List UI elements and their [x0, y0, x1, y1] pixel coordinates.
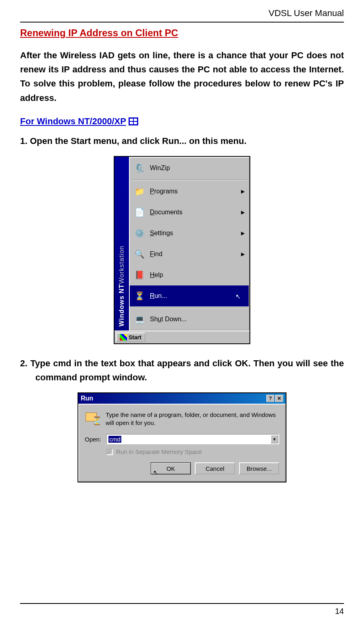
menu-item-shutdown[interactable]: 💻 Shut Down...	[130, 309, 249, 330]
menu-label: Programs	[150, 188, 178, 195]
cancel-button[interactable]: Cancel	[195, 462, 235, 474]
submenu-arrow-icon: ▶	[241, 230, 245, 236]
windows-flag-icon	[120, 334, 127, 341]
cursor-icon: ↖	[235, 293, 241, 300]
memory-checkbox[interactable]: ✓	[106, 449, 113, 455]
menu-item-winzip[interactable]: 🗜️ WinZip	[130, 158, 249, 179]
settings-icon: ⚙️	[133, 227, 146, 240]
menu-label: Documents	[150, 209, 182, 216]
menu-label: Help	[150, 271, 163, 279]
find-icon: 🔍	[133, 248, 146, 261]
doc-header: VDSL User Manual	[20, 8, 344, 18]
menu-label: Run...	[150, 292, 167, 300]
run-icon: ⏳	[133, 289, 146, 302]
run-dialog: Run ? ✕ ⏳ Type the name of a program, fo…	[78, 392, 286, 482]
start-button[interactable]: Start	[116, 333, 145, 342]
page-number: 14	[335, 607, 344, 616]
submenu-arrow-icon: ▶	[241, 251, 245, 257]
menu-item-find[interactable]: 🔍 Find ▶	[130, 244, 249, 265]
run-dialog-top: ⏳ Type the name of a program, folder, or…	[85, 411, 279, 427]
menu-divider	[131, 179, 247, 180]
help-button[interactable]: ?	[266, 395, 274, 402]
open-input[interactable]: cmd	[107, 435, 270, 443]
menu-item-run[interactable]: ⏳ Run... ↖	[130, 285, 249, 306]
combo-dropdown-icon[interactable]: ▼	[270, 435, 278, 443]
subsection-title: For Windows NT/2000/XP	[20, 116, 126, 127]
button-row: OK Cancel Browse... ↖	[85, 462, 279, 474]
step-2-text: 2. Type cmd in the text box that appears…	[20, 356, 344, 384]
start-menu-inner: Windows NT Workstation 🗜️ WinZip 📁 Progr…	[115, 157, 249, 330]
menu-divider	[131, 307, 247, 308]
sidebar-bold: Windows NT	[118, 284, 125, 326]
open-input-value: cmd	[108, 436, 121, 443]
checkbox-label: Run in Separate Memory Space	[116, 448, 202, 455]
start-menu-sidebar: Windows NT Workstation	[115, 157, 129, 330]
section-title-text: Renewing IP Address on Client PC	[20, 27, 178, 38]
submenu-arrow-icon: ▶	[241, 209, 245, 215]
step-1-text: 1. Open the Start menu, and click Run...…	[20, 134, 344, 148]
submenu-arrow-icon: ▶	[241, 189, 245, 194]
menu-item-documents[interactable]: 📄 Documents ▶	[130, 202, 249, 223]
menu-label: Shut Down...	[150, 316, 187, 323]
windows-logo-icon	[129, 117, 138, 125]
open-row: Open: cmd ▼	[85, 434, 279, 444]
checkbox-row: ✓ Run in Separate Memory Space	[85, 448, 279, 455]
menu-item-programs[interactable]: 📁 Programs ▶	[130, 181, 249, 202]
run-description: Type the name of a program, folder, or d…	[106, 411, 279, 427]
subsection-row: For Windows NT/2000/XP	[20, 116, 344, 127]
footer-divider	[20, 603, 344, 604]
start-label: Start	[129, 334, 141, 341]
close-button[interactable]: ✕	[275, 395, 283, 402]
run-title: Run	[81, 395, 93, 402]
menu-label: Settings	[150, 230, 173, 237]
programs-icon: 📁	[133, 185, 146, 198]
help-icon: 📕	[133, 269, 146, 281]
sidebar-light: Workstation	[118, 246, 125, 284]
taskbar: Start	[115, 330, 249, 343]
start-menu-screenshot: Windows NT Workstation 🗜️ WinZip 📁 Progr…	[20, 156, 344, 344]
section-title: Renewing IP Address on Client PC	[20, 27, 344, 39]
browse-button[interactable]: Browse...	[239, 462, 279, 474]
winzip-icon: 🗜️	[133, 162, 146, 174]
menu-label: WinZip	[150, 164, 170, 172]
cursor-icon: ↖	[153, 469, 158, 476]
header-divider	[20, 22, 344, 23]
run-dialog-icon: ⏳	[85, 411, 101, 425]
run-dialog-body: ⏳ Type the name of a program, folder, or…	[78, 404, 286, 482]
documents-icon: 📄	[133, 206, 146, 219]
open-combobox[interactable]: cmd ▼	[106, 434, 279, 444]
run-dialog-screenshot: Run ? ✕ ⏳ Type the name of a program, fo…	[20, 392, 344, 482]
menu-item-help[interactable]: 📕 Help	[130, 265, 249, 285]
shutdown-icon: 💻	[133, 313, 146, 326]
menu-item-settings[interactable]: ⚙️ Settings ▶	[130, 223, 249, 244]
titlebar-buttons: ? ✕	[266, 395, 283, 402]
start-menu-items: 🗜️ WinZip 📁 Programs ▶ 📄 Documents ▶ ⚙️ …	[129, 157, 249, 330]
run-titlebar: Run ? ✕	[78, 393, 286, 404]
start-menu: Windows NT Workstation 🗜️ WinZip 📁 Progr…	[114, 156, 250, 344]
intro-paragraph: After the Wireless IAD gets on line, the…	[20, 48, 344, 105]
open-label: Open:	[85, 436, 101, 443]
menu-label: Find	[150, 250, 162, 258]
